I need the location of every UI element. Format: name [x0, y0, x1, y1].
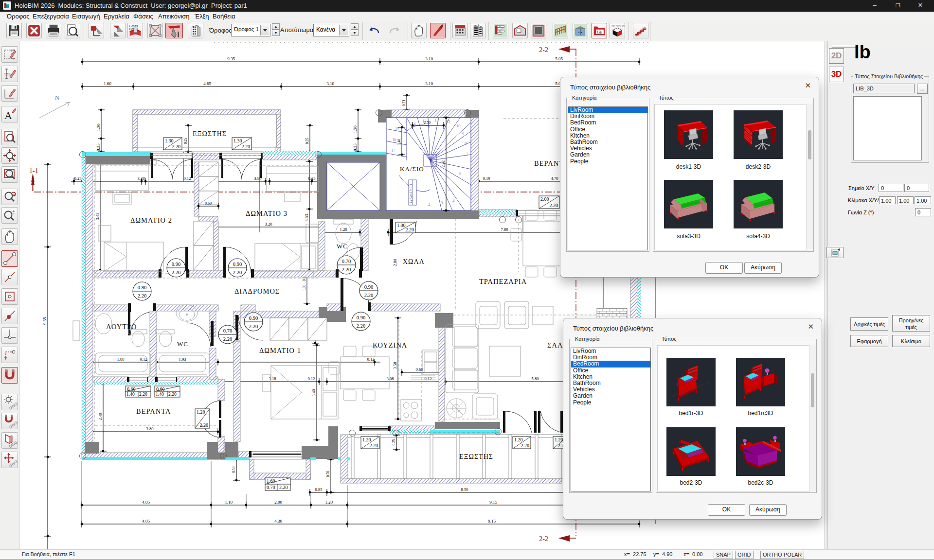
svg-text:2.20: 2.20 [370, 443, 378, 448]
svg-text:2.20: 2.20 [521, 443, 530, 448]
svg-text:ΚΟΥΖΙΝΑ: ΚΟΥΖΙΝΑ [373, 341, 407, 349]
svg-text:ΚΛ/ΣΙΟ: ΚΛ/ΣΙΟ [400, 165, 424, 173]
svg-text:2.20: 2.20 [364, 293, 373, 298]
svg-text:2.20: 2.20 [168, 392, 177, 397]
svg-text:2.20: 2.20 [242, 144, 251, 149]
svg-text:1.30: 1.30 [165, 138, 174, 143]
svg-text:2.20: 2.20 [406, 227, 414, 232]
svg-text:2.20: 2.20 [357, 323, 365, 329]
svg-text:0.50: 0.50 [232, 466, 236, 472]
svg-text:ΤΡΑΠΕΖΑΡΙΑ: ΤΡΑΠΕΖΑΡΙΑ [479, 278, 527, 285]
svg-text:ΒΕΡΑΝΤΑ: ΒΕΡΑΝΤΑ [136, 407, 171, 415]
svg-text:1.20: 1.20 [325, 500, 333, 505]
svg-text:1.20: 1.20 [514, 437, 523, 442]
svg-text:ΕΞΩΣΤΗΣ: ΕΞΩΣΤΗΣ [459, 453, 493, 460]
svg-text:DWG: DWG [8, 402, 18, 410]
svg-text:A: A [4, 109, 12, 122]
svg-text:3.80: 3.80 [146, 426, 154, 431]
svg-text:12: 12 [434, 118, 439, 122]
svg-text:7.80: 7.80 [501, 227, 508, 232]
svg-text:1-1: 1-1 [29, 167, 38, 175]
svg-text:1.10: 1.10 [225, 500, 233, 505]
svg-text:1.60: 1.60 [104, 81, 111, 86]
svg-text:0.60: 0.60 [416, 367, 423, 372]
svg-text:5.80: 5.80 [532, 376, 539, 381]
svg-text:9: 9 [462, 131, 464, 136]
svg-text:5: 5 [448, 187, 449, 192]
svg-text:2.20: 2.20 [223, 336, 232, 342]
svg-text:0.70: 0.70 [223, 328, 232, 333]
svg-text:1.60: 1.60 [267, 478, 275, 484]
svg-text:3.10: 3.10 [425, 81, 433, 86]
svg-text:0.25: 0.25 [96, 143, 101, 151]
svg-text:1.40: 1.40 [156, 392, 164, 397]
svg-text:0.70: 0.70 [267, 485, 275, 490]
svg-text:2.80: 2.80 [393, 259, 397, 266]
svg-text:0.90: 0.90 [249, 315, 258, 321]
svg-text:ΕΞΩΣΤΗΣ: ΕΞΩΣΤΗΣ [193, 130, 227, 138]
svg-text:2.92: 2.92 [441, 160, 446, 167]
svg-text:4.30: 4.30 [274, 519, 282, 524]
svg-text:±: ± [12, 209, 15, 214]
svg-text:0.25: 0.25 [353, 143, 358, 151]
svg-text:1.20: 1.20 [340, 227, 347, 232]
svg-text:0.90: 0.90 [357, 315, 365, 320]
svg-text:9.35: 9.35 [227, 56, 235, 61]
svg-text:3.53: 3.53 [304, 214, 309, 222]
svg-text:2.20: 2.20 [279, 485, 288, 490]
svg-text:0.12: 0.12 [425, 376, 432, 381]
svg-text:16: 16 [392, 137, 396, 142]
svg-text:WC: WC [177, 340, 188, 348]
svg-text:2.20: 2.20 [200, 422, 209, 428]
svg-text:N: N [55, 94, 59, 101]
svg-text:10: 10 [456, 123, 461, 128]
svg-text:0.70: 0.70 [342, 259, 351, 264]
svg-text:2: 2 [428, 202, 430, 207]
svg-text:ΔΙΑΔΡΟΜΟΣ: ΔΙΑΔΡΟΜΟΣ [234, 287, 280, 295]
svg-text:0.90: 0.90 [233, 262, 242, 267]
svg-text:1.00: 1.00 [397, 223, 406, 228]
svg-text:ΧΩΛΛ: ΧΩΛΛ [403, 258, 425, 265]
svg-text:1.40: 1.40 [126, 392, 135, 397]
svg-text:2.70: 2.70 [424, 121, 431, 125]
svg-text:DWG: DWG [8, 459, 18, 468]
svg-text:0.90: 0.90 [364, 284, 373, 290]
svg-text:ΔΩΜΑΤΙΟ 2: ΔΩΜΑΤΙΟ 2 [130, 216, 172, 224]
svg-text:2.20: 2.20 [172, 270, 180, 275]
svg-text:2-2: 2-2 [539, 46, 548, 53]
svg-text:0.80: 0.80 [138, 285, 146, 290]
svg-text:0.90: 0.90 [172, 262, 180, 267]
svg-text:0.12: 0.12 [140, 357, 147, 362]
svg-text:9.65: 9.65 [42, 317, 47, 325]
svg-text:0.25: 0.25 [74, 176, 82, 181]
svg-text:0.70: 0.70 [326, 471, 330, 477]
svg-text:0.25: 0.25 [392, 439, 396, 445]
svg-text:123: 123 [4, 72, 11, 76]
svg-text:3.18: 3.18 [269, 376, 276, 381]
svg-text:4.05: 4.05 [142, 500, 150, 505]
svg-text:3.20: 3.20 [265, 222, 272, 227]
svg-text:0.12: 0.12 [367, 357, 375, 362]
svg-text:0.60: 0.60 [127, 386, 136, 392]
svg-text:17: 17 [391, 148, 395, 153]
svg-text:0.85: 0.85 [315, 487, 323, 492]
svg-text:9.15: 9.15 [488, 519, 496, 524]
svg-text:1.20: 1.20 [555, 437, 563, 442]
svg-text:Lib: Lib [596, 30, 602, 35]
svg-text:2.20: 2.20 [550, 203, 558, 208]
svg-text:1.88: 1.88 [117, 357, 125, 362]
svg-text:2.20: 2.20 [233, 270, 242, 275]
svg-text:ΛΟΥΤΡΟ: ΛΟΥΤΡΟ [106, 323, 137, 331]
svg-text:1.30: 1.30 [96, 123, 101, 131]
svg-text:3.08: 3.08 [387, 376, 394, 381]
svg-text:WC: WC [337, 243, 348, 250]
svg-text:3.10: 3.10 [425, 56, 433, 61]
svg-text:1.20: 1.20 [197, 409, 205, 415]
svg-text:0.19: 0.19 [483, 176, 490, 181]
svg-text:2-2: 2-2 [539, 535, 548, 542]
svg-text:3.43: 3.43 [95, 213, 100, 220]
svg-text:4.65: 4.65 [203, 81, 211, 86]
svg-text:3.40: 3.40 [311, 389, 316, 397]
svg-text:1.20: 1.20 [362, 437, 371, 442]
svg-text:3.58: 3.58 [393, 362, 397, 369]
